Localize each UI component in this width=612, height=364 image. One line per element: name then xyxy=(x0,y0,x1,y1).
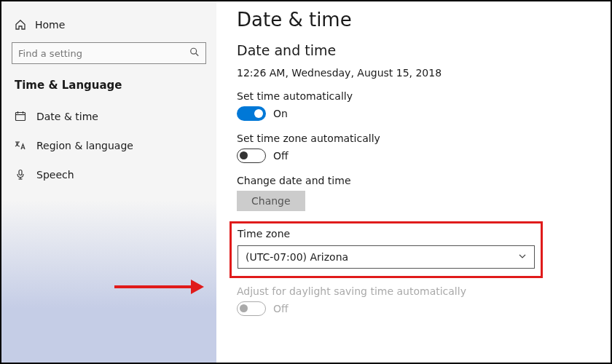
set-tz-auto-toggle[interactable] xyxy=(237,149,266,163)
search-settings-text[interactable] xyxy=(12,43,205,63)
svg-point-0 xyxy=(191,48,197,54)
dst-label: Adjust for daylight saving time automati… xyxy=(237,285,589,297)
sidebar: Home Time & Language Date & time Region … xyxy=(1,1,216,363)
svg-rect-6 xyxy=(19,170,22,175)
set-time-auto-toggle[interactable] xyxy=(237,106,266,121)
dst-state: Off xyxy=(273,303,289,314)
current-datetime: 12:26 AM, Wednesday, August 15, 2018 xyxy=(237,67,589,79)
change-datetime-label: Change date and time xyxy=(237,175,589,186)
svg-rect-2 xyxy=(16,113,26,121)
set-time-auto-label: Set time automatically xyxy=(237,90,589,102)
sidebar-item-region-language[interactable]: Region & language xyxy=(1,131,216,160)
search-settings-input[interactable] xyxy=(12,42,206,64)
sidebar-item-label: Date & time xyxy=(36,111,98,122)
nav-home-label: Home xyxy=(35,19,65,31)
search-icon xyxy=(189,47,200,60)
change-datetime-button[interactable]: Change xyxy=(237,191,305,211)
arrow-head-icon xyxy=(191,280,204,294)
sidebar-item-date-time[interactable]: Date & time xyxy=(1,102,216,131)
sidebar-item-speech[interactable]: Speech xyxy=(1,160,216,189)
page-title: Date & time xyxy=(237,9,589,31)
group-title: Date and time xyxy=(237,42,589,58)
set-tz-auto-label: Set time zone automatically xyxy=(237,132,589,144)
region-language-icon xyxy=(15,140,26,151)
speech-icon xyxy=(15,169,26,181)
sidebar-item-label: Region & language xyxy=(36,140,133,151)
sidebar-section-title: Time & Language xyxy=(1,77,216,102)
timezone-select[interactable]: (UTC-07:00) Arizona xyxy=(238,245,535,269)
chevron-down-icon xyxy=(518,251,527,263)
annotation-arrow xyxy=(114,280,204,294)
arrow-line-icon xyxy=(114,285,191,288)
timezone-selected-value: (UTC-07:00) Arizona xyxy=(246,251,348,263)
timezone-highlight-box: Time zone (UTC-07:00) Arizona xyxy=(230,221,543,278)
main-panel: Date & time Date and time 12:26 AM, Wedn… xyxy=(216,1,611,363)
set-time-auto-state: On xyxy=(273,108,288,119)
nav-home[interactable]: Home xyxy=(1,15,216,39)
svg-line-1 xyxy=(196,53,199,56)
dst-toggle xyxy=(237,301,266,316)
sidebar-item-label: Speech xyxy=(36,169,74,181)
date-time-icon xyxy=(15,111,26,122)
home-icon xyxy=(15,19,26,31)
set-tz-auto-state: Off xyxy=(273,150,289,162)
timezone-label: Time zone xyxy=(238,228,535,240)
